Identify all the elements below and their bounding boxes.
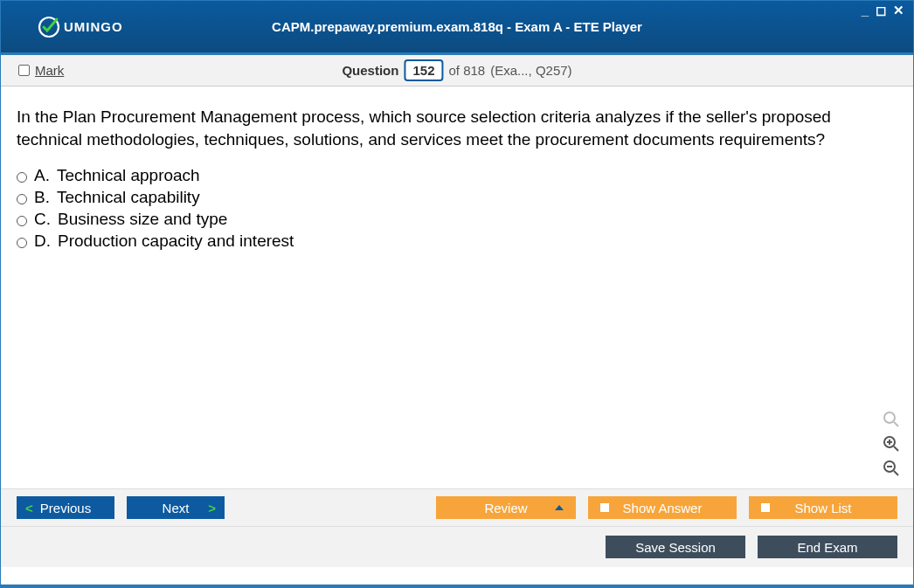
app-logo: UMINGO (1, 16, 123, 38)
radio-icon[interactable] (17, 216, 27, 226)
question-navigator: Question 152 of 818 (Exa..., Q257) (342, 59, 571, 81)
option-text: Business size and type (58, 210, 227, 229)
show-list-label: Show List (794, 501, 851, 515)
option-letter: C. (34, 210, 51, 229)
svg-line-2 (894, 422, 898, 426)
question-number-input[interactable]: 152 (404, 59, 443, 81)
show-answer-label: Show Answer (623, 501, 703, 515)
next-label: Next (163, 501, 190, 515)
chevron-left-icon: < (25, 501, 33, 515)
triangle-up-icon (555, 505, 564, 510)
question-label: Question (342, 63, 398, 78)
save-session-button[interactable]: Save Session (606, 536, 745, 558)
option-b[interactable]: B. Technical capability (17, 188, 897, 207)
answer-options: A. Technical approach B. Technical capab… (17, 166, 897, 251)
zoom-in-icon[interactable] (882, 434, 901, 453)
maximize-icon[interactable]: ◻ (874, 3, 888, 18)
question-total: of 818 (448, 63, 485, 78)
logo-checkmark-icon (38, 16, 60, 38)
option-text: Technical approach (57, 166, 200, 185)
bottom-border (1, 585, 913, 587)
mark-label: Mark (35, 63, 64, 78)
window-controls: _ ◻ ✕ (860, 3, 906, 18)
zoom-tools (882, 410, 901, 478)
session-toolbar: Save Session End Exam (1, 526, 913, 567)
question-context: (Exa..., Q257) (490, 63, 571, 78)
svg-point-1 (884, 412, 895, 423)
svg-line-6 (894, 446, 898, 451)
close-icon[interactable]: ✕ (891, 3, 906, 18)
question-subbar: Mark Question 152 of 818 (Exa..., Q257) (1, 55, 913, 86)
option-text: Technical capability (57, 188, 200, 207)
show-answer-button[interactable]: Show Answer (588, 496, 737, 519)
option-letter: D. (34, 232, 51, 251)
square-icon (761, 503, 770, 512)
option-d[interactable]: D. Production capacity and interest (17, 232, 897, 251)
end-exam-button[interactable]: End Exam (758, 536, 897, 558)
minimize-icon[interactable]: _ (860, 3, 870, 18)
window-title: CAPM.prepaway.premium.exam.818q - Exam A… (272, 19, 642, 34)
chevron-right-icon: > (208, 501, 216, 515)
option-a[interactable]: A. Technical approach (17, 166, 897, 185)
review-label: Review (484, 501, 527, 515)
svg-line-9 (894, 471, 898, 475)
previous-label: Previous (40, 501, 91, 515)
option-letter: A. (34, 166, 50, 185)
logo-text: UMINGO (64, 19, 123, 34)
mark-checkbox-wrap[interactable]: Mark (18, 63, 64, 78)
previous-button[interactable]: < Previous (17, 496, 114, 519)
radio-icon[interactable] (17, 238, 27, 248)
search-icon[interactable] (882, 410, 901, 429)
question-content: In the Plan Procurement Management proce… (1, 86, 913, 488)
option-letter: B. (34, 188, 50, 207)
radio-icon[interactable] (17, 172, 27, 183)
titlebar: UMINGO CAPM.prepaway.premium.exam.818q -… (1, 1, 913, 55)
option-text: Production capacity and interest (58, 232, 294, 251)
mark-checkbox[interactable] (18, 65, 30, 76)
nav-toolbar: < Previous Next > Review Show Answer Sho… (1, 488, 913, 526)
question-text: In the Plan Procurement Management proce… (17, 106, 897, 150)
zoom-out-icon[interactable] (882, 459, 901, 478)
next-button[interactable]: Next > (127, 496, 225, 519)
review-button[interactable]: Review (436, 496, 576, 519)
option-c[interactable]: C. Business size and type (17, 210, 897, 229)
square-icon (600, 503, 609, 512)
show-list-button[interactable]: Show List (749, 496, 897, 519)
radio-icon[interactable] (17, 194, 27, 204)
